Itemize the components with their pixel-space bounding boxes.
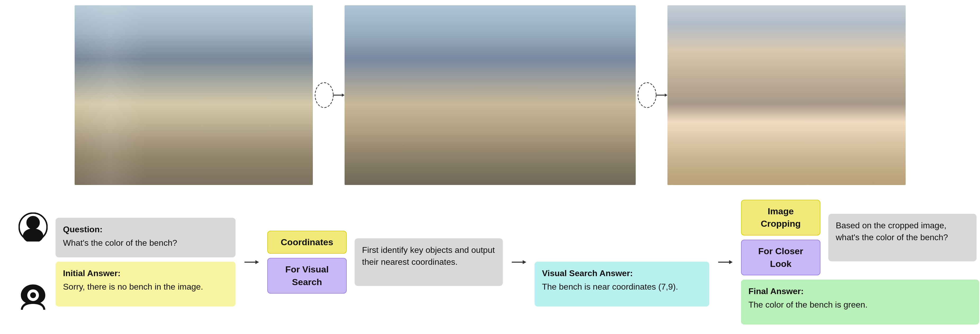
svg-rect-273 bbox=[710, 21, 763, 132]
svg-text:(2,5): (2,5) bbox=[471, 26, 480, 31]
svg-rect-266 bbox=[432, 131, 461, 149]
svg-point-166 bbox=[358, 67, 360, 70]
svg-text:(6,6): (6,6) bbox=[686, 88, 696, 93]
svg-point-182 bbox=[591, 67, 593, 70]
svg-point-312 bbox=[690, 58, 693, 60]
svg-text:(8,7): (8,7) bbox=[529, 134, 538, 138]
svg-text:(6,6): (6,6) bbox=[500, 98, 509, 103]
visual-search-answer-text: The bench is near coordinates (7,9). bbox=[542, 281, 702, 293]
grid-image-container: (1,1) (1,2) (1,3) (1,4) (1,5) (1,6) (1,7… bbox=[345, 5, 636, 185]
svg-text:(1,5): (1,5) bbox=[471, 8, 480, 13]
svg-text:(7,2): (7,2) bbox=[384, 116, 393, 120]
coordinates-label-box: Coordinates bbox=[267, 231, 347, 254]
original-scene-svg bbox=[75, 5, 313, 185]
svg-point-200 bbox=[562, 85, 564, 87]
svg-rect-84 bbox=[353, 58, 364, 74]
svg-text:(7,5): (7,5) bbox=[471, 116, 480, 120]
svg-text:(7,6): (7,6) bbox=[500, 116, 509, 120]
flow-arrow-3 bbox=[714, 196, 736, 329]
final-answer-text: The color of the bench is green. bbox=[748, 299, 972, 311]
svg-text:(5,10): (5,10) bbox=[616, 80, 627, 85]
svg-text:(5,9): (5,9) bbox=[829, 52, 839, 58]
svg-point-144 bbox=[620, 31, 622, 33]
svg-text:(4,6): (4,6) bbox=[686, 16, 696, 22]
svg-text:(8,4): (8,4) bbox=[442, 134, 451, 138]
svg-point-240 bbox=[562, 121, 564, 123]
svg-text:(4,6): (4,6) bbox=[500, 62, 509, 66]
svg-text:(6,9): (6,9) bbox=[829, 88, 839, 93]
svg-text:(7,10): (7,10) bbox=[875, 124, 888, 130]
svg-text:(5,8): (5,8) bbox=[781, 52, 791, 58]
svg-rect-25 bbox=[133, 27, 212, 40]
svg-point-212 bbox=[445, 103, 448, 105]
question-initial-col: Question: What's the color of the bench?… bbox=[56, 196, 235, 329]
svg-point-347 bbox=[785, 166, 788, 168]
svg-rect-19 bbox=[119, 61, 130, 75]
svg-text:(4,7): (4,7) bbox=[529, 62, 538, 66]
svg-point-62 bbox=[371, 11, 424, 32]
svg-point-156 bbox=[503, 49, 506, 52]
svg-point-42 bbox=[173, 130, 177, 139]
svg-point-178 bbox=[533, 67, 535, 70]
svg-marker-7 bbox=[80, 8, 96, 16]
arrow-svg-1 bbox=[313, 69, 345, 122]
svg-text:(1,3): (1,3) bbox=[413, 8, 422, 13]
svg-rect-20 bbox=[80, 82, 91, 97]
svg-point-47 bbox=[232, 130, 235, 139]
svg-marker-363 bbox=[729, 260, 733, 264]
svg-rect-8 bbox=[83, 21, 93, 63]
svg-rect-34 bbox=[178, 61, 187, 74]
svg-rect-283 bbox=[805, 37, 830, 69]
svg-point-339 bbox=[833, 130, 835, 132]
svg-text:(8,7): (8,7) bbox=[734, 160, 744, 165]
svg-point-222 bbox=[591, 103, 593, 105]
svg-point-321 bbox=[880, 58, 883, 60]
svg-rect-10 bbox=[75, 32, 141, 148]
svg-rect-12 bbox=[80, 40, 91, 54]
coord-row: Coordinates For Visual Search First iden… bbox=[267, 231, 503, 294]
svg-rect-27 bbox=[151, 42, 161, 55]
svg-text:(5,4): (5,4) bbox=[442, 80, 451, 85]
svg-text:(4,7): (4,7) bbox=[734, 16, 744, 22]
svg-text:(3,7): (3,7) bbox=[529, 44, 538, 49]
svg-rect-29 bbox=[178, 42, 187, 55]
svg-text:(5,5): (5,5) bbox=[471, 80, 480, 85]
svg-point-126 bbox=[358, 31, 360, 33]
svg-text:(8,5): (8,5) bbox=[471, 134, 480, 138]
svg-text:(7,1): (7,1) bbox=[355, 116, 363, 120]
svg-text:(4,5): (4,5) bbox=[471, 62, 480, 66]
svg-text:(5,6): (5,6) bbox=[686, 52, 696, 58]
svg-point-190 bbox=[416, 85, 419, 87]
svg-marker-57 bbox=[342, 93, 344, 97]
flow-arrow-1 bbox=[241, 196, 262, 329]
svg-point-230 bbox=[416, 121, 419, 123]
svg-rect-279 bbox=[675, 37, 702, 71]
svg-point-78 bbox=[515, 133, 519, 143]
svg-rect-281 bbox=[743, 37, 768, 69]
svg-point-192 bbox=[445, 85, 448, 87]
coord-label-stack: Coordinates For Visual Search bbox=[267, 231, 347, 294]
svg-rect-67 bbox=[419, 21, 511, 132]
svg-text:(8,10): (8,10) bbox=[616, 134, 627, 138]
svg-marker-359 bbox=[255, 260, 259, 264]
svg-point-260 bbox=[562, 139, 564, 141]
svg-text:(5,8): (5,8) bbox=[558, 80, 567, 85]
svg-rect-1 bbox=[75, 5, 313, 63]
svg-rect-278 bbox=[667, 106, 906, 116]
svg-point-128 bbox=[387, 31, 390, 33]
svg-point-73 bbox=[453, 134, 458, 144]
svg-rect-285 bbox=[874, 37, 899, 69]
svg-rect-70 bbox=[564, 40, 636, 127]
svg-point-232 bbox=[445, 121, 448, 123]
svg-rect-31 bbox=[138, 61, 147, 74]
svg-point-337 bbox=[785, 130, 788, 132]
svg-line-53 bbox=[122, 74, 130, 79]
cropped-question-text: Based on the cropped image, what's the c… bbox=[836, 220, 969, 243]
zoom-scene-svg: (4,6) (4,7) (4,8) (4,9) (4,10) (5,6) (5,… bbox=[667, 5, 906, 185]
svg-text:(7,6): (7,6) bbox=[686, 124, 696, 130]
svg-rect-6 bbox=[80, 16, 96, 24]
visual-search-answer-label: Visual Search Answer: bbox=[542, 268, 702, 279]
svg-rect-270 bbox=[667, 5, 906, 53]
svg-point-343 bbox=[690, 166, 693, 168]
svg-text:(7,8): (7,8) bbox=[558, 116, 567, 120]
